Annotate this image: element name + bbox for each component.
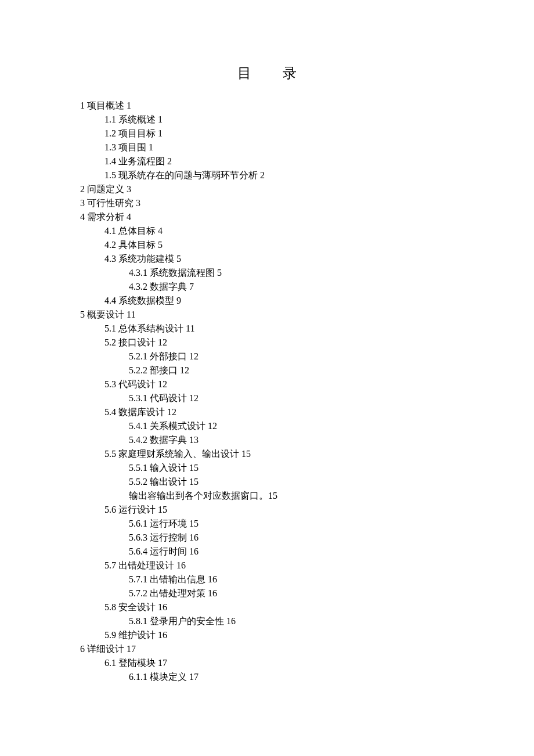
page-title: 目 录 [0,64,534,82]
toc-entry: 4.4 系统数据模型 9 [80,294,534,308]
toc-entry: 5.7.1 出错输出信息 16 [80,573,534,586]
toc-entry: 5.7 出错处理设计 16 [80,559,534,573]
toc-entry: 5.3.1 代码设计 12 [80,391,534,405]
toc-entry: 1 项目概述 1 [80,99,534,113]
toc-entry: 4.1 总体目标 4 [80,224,534,238]
toc-entry: 5.5.1 输入设计 15 [80,461,534,475]
toc-entry: 1.5 现系统存在的问题与薄弱环节分析 2 [80,168,534,182]
toc-entry: 6 详细设计 17 [80,642,534,656]
toc-entry: 1.2 项目目标 1 [80,127,534,141]
toc-entry: 2 问题定义 3 [80,182,534,196]
toc-entry: 5.5.2 输出设计 15 [80,475,534,489]
toc-entry: 5.3 代码设计 12 [80,377,534,391]
toc-entry: 4.3.1 系统数据流程图 5 [80,266,534,280]
toc-entry: 3 可行性研究 3 [80,196,534,210]
toc-entry: 5.8 安全设计 16 [80,600,534,614]
toc-entry: 5.2 接口设计 12 [80,336,534,350]
toc-entry: 5.5 家庭理财系统输入、输出设计 15 [80,447,534,461]
toc-entry: 5.2.1 外部接口 12 [80,350,534,363]
toc-entry: 5.1 总体系结构设计 11 [80,322,534,336]
toc-entry: 5.4 数据库设计 12 [80,405,534,419]
toc-entry: 4.3.2 数据字典 7 [80,280,534,294]
toc-entry: 5.8.1 登录用户的安全性 16 [80,614,534,628]
toc-entry: 5.6 运行设计 15 [80,503,534,517]
toc-entry: 5.7.2 出错处理对策 16 [80,586,534,600]
toc-entry: 5.6.3 运行控制 16 [80,531,534,545]
toc-entry: 1.1 系统概述 1 [80,113,534,127]
table-of-contents: 1 项目概述 11.1 系统概述 11.2 项目目标 11.3 项目围 11.4… [0,99,534,684]
toc-entry: 5.2.2 部接口 12 [80,363,534,377]
toc-entry: 4 需求分析 4 [80,210,534,224]
toc-entry: 4.3 系统功能建模 5 [80,252,534,266]
toc-entry: 5 概要设计 11 [80,308,534,322]
toc-entry: 1.3 项目围 1 [80,141,534,154]
toc-entry: 5.4.1 关系模式设计 12 [80,419,534,433]
toc-entry: 输出容输出到各个对应数据窗口。15 [80,489,534,503]
toc-entry: 1.4 业务流程图 2 [80,154,534,168]
toc-entry: 5.6.1 运行环境 15 [80,517,534,531]
toc-entry: 5.6.4 运行时间 16 [80,545,534,559]
toc-entry: 5.4.2 数据字典 13 [80,433,534,447]
toc-entry: 6.1 登陆模块 17 [80,656,534,670]
toc-entry: 6.1.1 模块定义 17 [80,670,534,684]
toc-entry: 5.9 维护设计 16 [80,628,534,642]
toc-entry: 4.2 具体目标 5 [80,238,534,252]
